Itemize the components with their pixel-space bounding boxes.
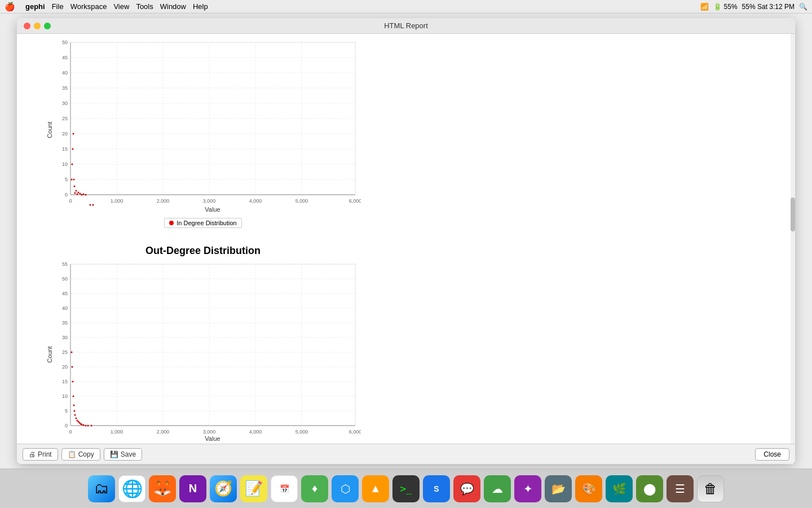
svg-text:1,000: 1,000 xyxy=(111,429,123,435)
dock-onenote[interactable]: N xyxy=(179,475,206,502)
svg-text:3,000: 3,000 xyxy=(203,429,216,435)
svg-text:35: 35 xyxy=(62,85,68,91)
svg-text:20: 20 xyxy=(62,364,68,370)
print-icon: 🖨 xyxy=(29,450,36,458)
dock-app9[interactable]: 🎨 xyxy=(575,475,602,502)
dock-app3[interactable]: ▲ xyxy=(362,475,389,502)
dock-terminal[interactable]: >_ xyxy=(392,475,420,502)
svg-rect-57 xyxy=(70,264,355,426)
dock-chrome[interactable]: 🌐 xyxy=(118,475,145,502)
bottom-toolbar: 🖨 Print 📋 Copy 💾 Save Close xyxy=(17,444,795,464)
menu-help[interactable]: Help xyxy=(193,2,208,11)
close-button[interactable]: Close xyxy=(755,448,789,461)
svg-point-40 xyxy=(71,179,73,181)
dock-app4[interactable]: S xyxy=(423,475,450,502)
out-degree-section: Out-Degree Distribution Count 55 50 45 4… xyxy=(39,239,367,444)
svg-point-50 xyxy=(80,193,81,195)
svg-text:15: 15 xyxy=(62,379,68,384)
dock-app11[interactable]: ⬤ xyxy=(636,475,663,502)
out-degree-svg: Count 55 50 45 40 35 30 xyxy=(45,261,361,442)
menu-view[interactable]: View xyxy=(113,2,129,11)
svg-point-54 xyxy=(90,204,91,206)
svg-text:50: 50 xyxy=(62,276,68,282)
dock-notes[interactable]: 📝 xyxy=(240,475,267,502)
dock-firefox[interactable]: 🦊 xyxy=(149,475,176,502)
svg-point-101 xyxy=(73,396,74,397)
svg-text:45: 45 xyxy=(62,55,68,60)
minimize-window-button[interactable] xyxy=(34,23,41,29)
scrollbar-track[interactable] xyxy=(791,34,795,444)
print-button[interactable]: 🖨 Print xyxy=(23,448,58,461)
svg-point-103 xyxy=(74,410,76,412)
dock-app6[interactable]: ☁ xyxy=(484,475,511,502)
svg-text:1,000: 1,000 xyxy=(111,198,123,204)
dock-trash[interactable]: 🗑 xyxy=(697,475,724,502)
dock-app7[interactable]: ✦ xyxy=(514,475,541,502)
svg-point-45 xyxy=(74,186,76,187)
close-window-button[interactable] xyxy=(24,23,30,29)
svg-text:30: 30 xyxy=(62,100,68,106)
svg-point-100 xyxy=(72,381,74,383)
dock: 🗂 🌐 🦊 N 🧭 📝 📅 ♦ ⬡ ▲ >_ S 💬 ☁ ✦ 📂 🎨 🌿 ⬤ ☰… xyxy=(0,468,812,508)
apple-icon[interactable]: 🍎 xyxy=(5,2,15,12)
save-label: Save xyxy=(121,450,136,458)
svg-point-42 xyxy=(72,148,74,150)
svg-text:5,000: 5,000 xyxy=(295,198,308,204)
dock-calendar[interactable]: 📅 xyxy=(271,475,298,502)
copy-icon: 📋 xyxy=(68,450,76,458)
dock-safari[interactable]: 🧭 xyxy=(210,475,237,502)
save-button[interactable]: 💾 Save xyxy=(104,448,142,461)
copy-button[interactable]: 📋 Copy xyxy=(61,448,100,461)
title-bar: HTML Report xyxy=(17,18,795,34)
svg-text:5: 5 xyxy=(65,408,68,414)
svg-point-41 xyxy=(72,164,73,165)
svg-text:2,000: 2,000 xyxy=(157,198,170,204)
svg-point-110 xyxy=(81,424,83,426)
svg-text:5: 5 xyxy=(65,177,68,182)
svg-text:10: 10 xyxy=(62,161,68,167)
out-degree-chart: Count 55 50 45 40 35 30 xyxy=(45,261,361,442)
svg-point-113 xyxy=(87,425,89,427)
svg-text:15: 15 xyxy=(62,146,68,152)
html-report-window: HTML Report Count 50 xyxy=(17,18,795,464)
svg-text:3,000: 3,000 xyxy=(203,198,216,204)
svg-text:Count: Count xyxy=(46,121,53,138)
svg-text:6,000: 6,000 xyxy=(349,198,361,204)
dock-app5[interactable]: 💬 xyxy=(453,475,480,502)
scrollbar-thumb[interactable] xyxy=(791,198,795,231)
svg-text:0: 0 xyxy=(69,198,72,204)
copy-label: Copy xyxy=(78,450,94,458)
dock-app8[interactable]: 📂 xyxy=(545,475,572,502)
svg-text:4,000: 4,000 xyxy=(249,429,262,435)
menu-right-status: 📶 🔋 55% 55% Sat 3:12 PM 🔍 xyxy=(700,3,807,11)
svg-point-46 xyxy=(74,192,76,194)
content-area[interactable]: Count 50 45 40 35 xyxy=(17,34,795,444)
menu-workspace[interactable]: Workspace xyxy=(70,2,107,11)
svg-text:6,000: 6,000 xyxy=(349,429,361,435)
svg-point-104 xyxy=(74,414,76,416)
svg-text:5,000: 5,000 xyxy=(295,429,308,435)
svg-text:Value: Value xyxy=(205,435,220,442)
svg-text:50: 50 xyxy=(62,40,68,45)
dock-app12[interactable]: ☰ xyxy=(667,475,694,502)
maximize-window-button[interactable] xyxy=(44,23,51,29)
menu-gephi[interactable]: gephi xyxy=(25,2,45,11)
svg-text:45: 45 xyxy=(62,291,68,296)
dock-app1[interactable]: ♦ xyxy=(301,475,328,502)
svg-text:40: 40 xyxy=(62,305,68,311)
svg-point-53 xyxy=(85,194,87,196)
window-title: HTML Report xyxy=(384,21,428,30)
menu-tools[interactable]: Tools xyxy=(136,2,153,11)
in-degree-chart: Count 50 45 40 35 xyxy=(45,40,361,214)
menu-window[interactable]: Window xyxy=(160,2,186,11)
print-label: Print xyxy=(38,450,52,458)
dock-app10[interactable]: 🌿 xyxy=(606,475,633,502)
svg-text:0: 0 xyxy=(69,429,72,435)
in-degree-section: Count 50 45 40 35 xyxy=(39,34,367,239)
dock-app2[interactable]: ⬡ xyxy=(332,475,359,502)
menu-file[interactable]: File xyxy=(52,2,64,11)
svg-point-114 xyxy=(91,425,92,427)
svg-point-44 xyxy=(73,179,75,181)
dock-finder[interactable]: 🗂 xyxy=(88,475,115,502)
svg-point-111 xyxy=(83,424,85,426)
